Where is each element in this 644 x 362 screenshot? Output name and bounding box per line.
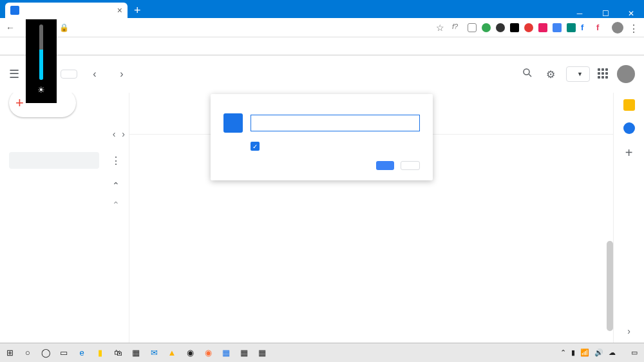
calendar-app: ☰ ‹ › ⚙ ▼ + ‹ › bbox=[0, 55, 644, 343]
mail-icon[interactable]: ✉ bbox=[147, 346, 161, 360]
store-icon[interactable]: 🛍 bbox=[111, 346, 125, 360]
ext-icon[interactable] bbox=[496, 23, 505, 32]
collapse-panel-icon[interactable]: › bbox=[627, 326, 630, 336]
collapse-icon[interactable]: ⌃ bbox=[112, 200, 120, 210]
search-icon[interactable] bbox=[520, 67, 535, 81]
shortcut-name-input[interactable] bbox=[251, 115, 420, 131]
ext-icon[interactable] bbox=[524, 23, 533, 32]
google-apps-icon[interactable] bbox=[598, 68, 609, 80]
svg-line-1 bbox=[529, 74, 531, 77]
today-button[interactable] bbox=[61, 70, 77, 79]
scrollbar[interactable] bbox=[607, 241, 613, 331]
url-field[interactable]: 🔒 bbox=[59, 23, 428, 32]
tab-favicon bbox=[10, 6, 19, 15]
app-icon[interactable]: ▦ bbox=[255, 346, 269, 360]
ext-icon[interactable]: f bbox=[596, 23, 607, 33]
ext-icon[interactable] bbox=[553, 23, 562, 32]
tz-label bbox=[129, 93, 162, 134]
dialog-cancel-button[interactable] bbox=[401, 161, 420, 170]
address-bar: ← → ⟳ 🔒 ☆ f? f f ⋮ bbox=[0, 18, 644, 37]
main-menu-icon[interactable]: ☰ bbox=[9, 67, 24, 81]
lock-icon: 🔒 bbox=[59, 23, 69, 32]
ext-icon[interactable] bbox=[538, 23, 547, 32]
close-tab-icon[interactable]: × bbox=[117, 5, 122, 15]
dialog-create-button[interactable] bbox=[376, 161, 394, 170]
sidebar: + ‹ › ⋮ ⌃ ⌃ bbox=[0, 93, 129, 343]
search-icon[interactable]: ○ bbox=[21, 346, 35, 360]
window-controls: ─ ☐ ✕ bbox=[567, 9, 644, 18]
chevron-down-icon: ▼ bbox=[577, 71, 583, 77]
brightness-overlay[interactable]: ☀ bbox=[26, 19, 57, 103]
brightness-icon: ☀ bbox=[37, 85, 45, 95]
brightness-slider[interactable] bbox=[39, 24, 43, 80]
notifications-icon[interactable]: ▭ bbox=[631, 348, 638, 357]
view-switcher[interactable]: ▼ bbox=[566, 66, 590, 82]
close-window-icon[interactable]: ✕ bbox=[618, 9, 644, 18]
app-icon[interactable]: ▦ bbox=[219, 346, 233, 360]
prev-week-icon[interactable]: ‹ bbox=[85, 68, 104, 80]
mini-next-icon[interactable]: › bbox=[122, 129, 125, 139]
ext-icon[interactable]: f bbox=[581, 23, 591, 33]
browser-menu-icon[interactable]: ⋮ bbox=[629, 23, 639, 33]
next-week-icon[interactable]: › bbox=[112, 68, 131, 80]
open-as-window-checkbox[interactable]: ✓ bbox=[251, 142, 260, 151]
ext-icon[interactable]: f? bbox=[452, 23, 462, 33]
app-icon[interactable]: ▦ bbox=[129, 346, 143, 360]
bookmarks-bar bbox=[0, 37, 644, 55]
settings-gear-icon[interactable]: ⚙ bbox=[543, 68, 558, 81]
volume-icon[interactable]: 🔊 bbox=[594, 348, 603, 357]
plus-icon: + bbox=[15, 95, 24, 111]
app-icon[interactable]: ▲ bbox=[165, 346, 179, 360]
ext-icon[interactable] bbox=[567, 23, 576, 32]
ext-avatar[interactable] bbox=[612, 22, 623, 33]
shortcut-app-icon bbox=[223, 113, 243, 133]
tray-chevron-icon[interactable]: ⌃ bbox=[560, 348, 566, 357]
windows-taskbar: ⊞ ○ ◯ ▭ e ▮ 🛍 ▦ ✉ ▲ ◉ ◉ ▦ ▦ ▦ ⌃ ▮ 📶 🔊 ☁ … bbox=[0, 343, 644, 362]
add-calendar-menu-icon[interactable]: ⋮ bbox=[111, 155, 121, 167]
minimize-icon[interactable]: ─ bbox=[567, 9, 592, 18]
cortana-icon[interactable]: ◯ bbox=[39, 346, 53, 360]
account-avatar[interactable] bbox=[617, 65, 635, 83]
tasks-icon[interactable] bbox=[623, 122, 635, 134]
ext-icon[interactable] bbox=[482, 23, 491, 32]
addons-plus-icon[interactable]: + bbox=[625, 146, 633, 160]
system-tray: ⌃ ▮ 📶 🔊 ☁ ▭ bbox=[560, 348, 641, 357]
explorer-icon[interactable]: ▮ bbox=[93, 346, 107, 360]
extension-icons: f? f f ⋮ bbox=[452, 22, 639, 33]
star-icon[interactable]: ☆ bbox=[436, 23, 444, 33]
start-icon[interactable]: ⊞ bbox=[3, 346, 17, 360]
svg-point-0 bbox=[524, 69, 529, 75]
window-titlebar: × + ─ ☐ ✕ bbox=[0, 0, 644, 18]
browser-tab[interactable]: × bbox=[5, 3, 128, 18]
keep-icon[interactable] bbox=[623, 99, 635, 111]
battery-icon[interactable]: ▮ bbox=[571, 348, 575, 357]
taskview-icon[interactable]: ▭ bbox=[57, 346, 71, 360]
new-tab-button[interactable]: + bbox=[134, 3, 141, 18]
app-icon[interactable]: ▦ bbox=[237, 346, 251, 360]
mini-prev-icon[interactable]: ‹ bbox=[113, 129, 116, 139]
app-header: ☰ ‹ › ⚙ ▼ bbox=[0, 55, 644, 93]
create-shortcut-dialog: ✓ bbox=[211, 94, 433, 180]
side-panel: + › bbox=[613, 93, 644, 343]
edge-icon[interactable]: e bbox=[75, 346, 89, 360]
onedrive-icon[interactable]: ☁ bbox=[609, 348, 616, 357]
wifi-icon[interactable]: 📶 bbox=[580, 348, 589, 357]
ext-icon[interactable] bbox=[468, 23, 477, 32]
ext-icon[interactable] bbox=[510, 23, 519, 32]
maximize-icon[interactable]: ☐ bbox=[592, 9, 618, 18]
collapse-icon[interactable]: ⌃ bbox=[112, 180, 120, 191]
firefox-icon[interactable]: ◉ bbox=[201, 346, 215, 360]
chrome-icon[interactable]: ◉ bbox=[183, 346, 197, 360]
back-icon[interactable]: ← bbox=[5, 23, 15, 33]
time-grid[interactable] bbox=[129, 157, 613, 343]
add-calendar-input[interactable] bbox=[9, 152, 99, 169]
